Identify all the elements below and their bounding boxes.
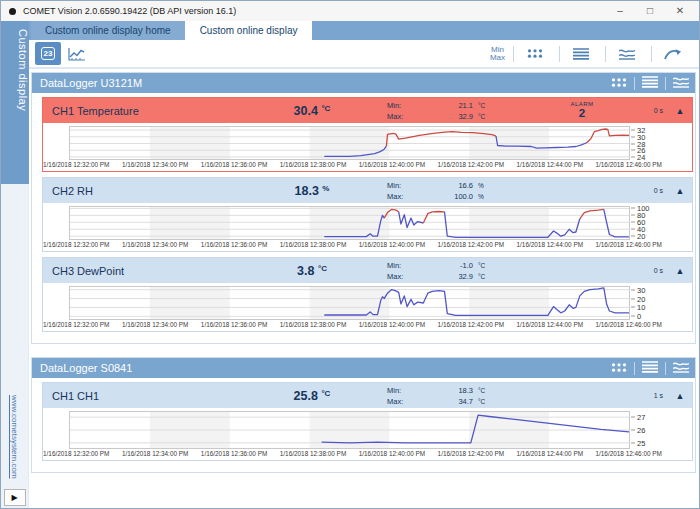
time-label: 1/16/2018 12:40:00 PM xyxy=(359,241,425,248)
min-label: Min: xyxy=(387,101,429,110)
channels: CH1 CH1 25.8 °C Min:18.3°C Max:34.7°C 1 … xyxy=(32,378,695,472)
rows-view-button[interactable] xyxy=(568,42,594,65)
rows-view-button[interactable] xyxy=(642,359,658,377)
toolbar-separator xyxy=(605,46,606,62)
rows-lines-icon xyxy=(573,48,589,60)
charts-view-button[interactable] xyxy=(614,42,640,65)
channel-header-row[interactable]: CH1 Temperature 30.4 °C Min:21.1°C Max:3… xyxy=(43,98,692,123)
channel-minmax: Min:16.6% Max:100.0% xyxy=(387,181,537,201)
alarm-count: 2 xyxy=(537,108,627,120)
close-button[interactable]: ✕ xyxy=(665,2,695,20)
time-label: 1/16/2018 12:34:00 PM xyxy=(122,241,188,248)
charts-view-button[interactable] xyxy=(673,74,689,92)
chart-plot: 3020100 xyxy=(69,286,630,320)
channel-header-row[interactable]: CH1 CH1 25.8 °C Min:18.3°C Max:34.7°C 1 … xyxy=(43,383,692,408)
channel-id: CH2 xyxy=(43,185,77,197)
time-label: 1/16/2018 12:32:00 PM xyxy=(43,241,109,248)
rows-lines-icon xyxy=(642,361,658,373)
minmax-toggle[interactable]: Min Max xyxy=(490,46,505,62)
channel-alarm xyxy=(537,395,627,396)
chart-plot: 3230282624 xyxy=(69,126,630,160)
collapse-triangle-icon[interactable]: ▲ xyxy=(668,266,692,276)
min-value: -1.0 xyxy=(429,261,473,270)
channel-value: 18.3 % xyxy=(237,184,387,198)
channel-name: DewPoint xyxy=(77,265,237,277)
channel-card: CH2 RH 18.3 % Min:16.6% Max:100.0% 0 s ▲… xyxy=(42,177,693,252)
sidebar-tab-custom-display[interactable]: Custom display xyxy=(1,21,29,184)
collapse-triangle-icon[interactable]: ▲ xyxy=(668,391,692,401)
min-label: Min: xyxy=(387,181,429,190)
max-label: Max: xyxy=(387,112,429,121)
y-axis-tick: 27 xyxy=(631,413,645,422)
rows-lines-icon xyxy=(642,76,658,88)
min-unit: °C xyxy=(478,262,485,269)
delay-label: 0 s xyxy=(627,187,668,194)
time-label: 1/16/2018 12:44:00 PM xyxy=(517,161,583,168)
y-axis-tick: 20 xyxy=(631,232,645,241)
channel-name: CH1 xyxy=(77,390,237,402)
time-label: 1/16/2018 12:42:00 PM xyxy=(438,161,504,168)
minimize-button[interactable]: – xyxy=(605,2,635,20)
value-unit: °C xyxy=(321,389,330,398)
numeric-view-button[interactable]: 23 xyxy=(35,42,61,65)
max-label: Max xyxy=(490,54,505,62)
tiles-view-button[interactable] xyxy=(522,42,548,65)
channel-name: RH xyxy=(77,185,237,197)
maximize-button[interactable]: □ xyxy=(635,2,665,20)
channel-header-row[interactable]: CH3 DewPoint 3.8 °C Min:-1.0°C Max:32.9°… xyxy=(43,258,692,283)
y-axis-tick: 25 xyxy=(631,438,645,447)
channel-card: CH1 CH1 25.8 °C Min:18.3°C Max:34.7°C 1 … xyxy=(42,382,693,461)
tiles-view-button[interactable] xyxy=(611,359,627,377)
tab-custom-online-display-home[interactable]: Custom online display home xyxy=(31,21,186,40)
min-unit: °C xyxy=(478,102,485,109)
rows-view-button[interactable] xyxy=(642,74,658,92)
tiles-dots-icon xyxy=(611,77,627,88)
channel-chart: 10080604020 1/16/2018 12:32:00 PM1/16/20… xyxy=(43,203,692,251)
waves-icon xyxy=(673,76,689,88)
time-label: 1/16/2018 12:34:00 PM xyxy=(122,450,188,457)
max-label: Max: xyxy=(387,397,429,406)
tab-custom-online-display[interactable]: Custom online display xyxy=(186,21,313,40)
waves-icon xyxy=(673,361,689,373)
chart-time-labels: 1/16/2018 12:32:00 PM1/16/2018 12:34:00 … xyxy=(43,161,662,168)
cometsystem-link[interactable]: www.cometsystem.com xyxy=(10,395,19,479)
sidebar-lower: www.cometsystem.com ▶ xyxy=(4,184,26,508)
time-label: 1/16/2018 12:46:00 PM xyxy=(595,450,661,457)
channel-header-row[interactable]: CH2 RH 18.3 % Min:16.6% Max:100.0% 0 s ▲ xyxy=(43,178,692,203)
curved-arrow-icon xyxy=(664,47,682,61)
graph-view-button[interactable] xyxy=(64,42,90,65)
max-unit: % xyxy=(478,193,484,200)
max-label: Max: xyxy=(387,192,429,201)
logger-view-icons xyxy=(611,74,689,92)
channel-minmax: Min:18.3°C Max:34.7°C xyxy=(387,386,537,406)
tiles-view-button[interactable] xyxy=(611,74,627,92)
refresh-button[interactable] xyxy=(660,42,686,65)
collapse-triangle-icon[interactable]: ▲ xyxy=(668,106,692,116)
value-number: 30.4 xyxy=(294,104,318,118)
channel-card: CH1 Temperature 30.4 °C Min:21.1°C Max:3… xyxy=(42,97,693,172)
view-toolbar: 23 Min Max xyxy=(29,40,699,67)
y-axis-tick: 26 xyxy=(631,426,645,435)
chart-time-labels: 1/16/2018 12:32:00 PM1/16/2018 12:34:00 … xyxy=(43,241,662,248)
max-value: 100.0 xyxy=(429,192,473,201)
time-label: 1/16/2018 12:36:00 PM xyxy=(201,241,267,248)
tab-bar: Custom online display home Custom online… xyxy=(29,21,699,40)
channel-value: 30.4 °C xyxy=(237,104,387,118)
collapse-triangle-icon[interactable]: ▲ xyxy=(668,186,692,196)
channel-id: CH3 xyxy=(43,265,77,277)
logger-header: DataLogger U3121M xyxy=(32,73,695,93)
channel-chart: 272625 1/16/2018 12:32:00 PM1/16/2018 12… xyxy=(43,408,692,460)
play-button[interactable]: ▶ xyxy=(4,489,26,506)
toolbar-separator xyxy=(651,46,652,62)
min-label: Min: xyxy=(387,261,429,270)
logger-title: DataLogger S0841 xyxy=(40,362,611,374)
max-unit: °C xyxy=(478,273,485,280)
time-label: 1/16/2018 12:38:00 PM xyxy=(280,161,346,168)
y-axis-tick: 30 xyxy=(631,285,645,294)
channel-id: CH1 xyxy=(43,390,77,402)
channel-value: 25.8 °C xyxy=(237,389,387,403)
toolbar-separator xyxy=(513,46,514,62)
time-label: 1/16/2018 12:40:00 PM xyxy=(359,450,425,457)
icon-separator xyxy=(634,362,635,375)
charts-view-button[interactable] xyxy=(673,359,689,377)
